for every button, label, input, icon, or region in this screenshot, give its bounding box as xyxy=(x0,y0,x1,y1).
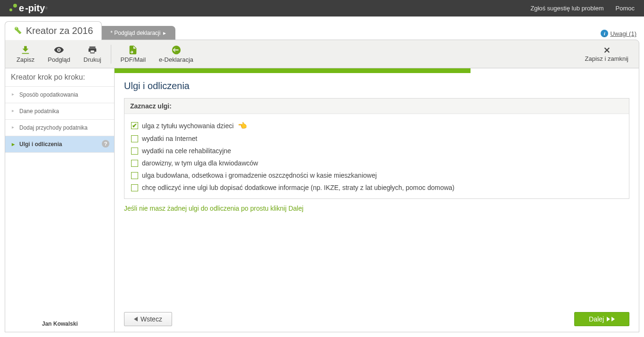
link-suggest[interactable]: Zgłoś sugestię lub problem xyxy=(530,5,603,12)
hand-icon: 👈 xyxy=(238,121,247,130)
logo-dots-icon xyxy=(9,4,19,13)
info-icon: i xyxy=(601,30,608,37)
progress-bar xyxy=(115,68,471,73)
checkbox-label: ulga z tytułu wychowania dzieci xyxy=(142,122,234,130)
content-inner: Ulgi i odliczenia Zaznacz ulgi: ulga z t… xyxy=(115,73,639,220)
checkbox[interactable] xyxy=(131,122,138,129)
notes-label: Uwagi (1) xyxy=(610,30,636,37)
toolbar: Zapisz Podgląd Drukuj PDF/Mail e-Deklara… xyxy=(5,40,639,68)
preview-label: Podgląd xyxy=(48,56,70,63)
toolbar-separator xyxy=(111,45,111,64)
sidebar-item-taxpayer[interactable]: Dane podatnika xyxy=(5,103,114,120)
tab-preview[interactable]: * Podgląd deklaracji ▸ xyxy=(101,26,175,40)
edeclaration-label: e-Deklaracja xyxy=(159,56,193,63)
save-button[interactable]: Zapisz xyxy=(10,43,41,65)
help-icon[interactable]: ? xyxy=(102,140,109,148)
pdf-label: PDF/Mail xyxy=(121,56,146,63)
logo-reg-icon: ® xyxy=(45,6,48,10)
checkbox-label: ulga budowlana, odsetkowa i gromadzenie … xyxy=(142,172,377,179)
checkbox-label: darowizny, w tym ulga dla krwiodawców xyxy=(142,159,258,167)
content: Ulgi i odliczenia Zaznacz ulgi: ulga z t… xyxy=(115,68,639,332)
tab-row: Kreator za 2016 * Podgląd deklaracji ▸ i… xyxy=(4,21,639,40)
chevron-left-icon xyxy=(134,317,138,321)
chevron-right-icon: ▸ xyxy=(163,30,166,36)
preview-button[interactable]: Podgląd xyxy=(41,43,77,65)
checkbox[interactable] xyxy=(131,184,138,191)
sidebar-footer: Jan Kowalski xyxy=(5,316,115,332)
logo-prefix: e xyxy=(19,3,24,14)
chevron-right-icon xyxy=(607,317,610,321)
link-help[interactable]: Pomoc xyxy=(616,5,635,12)
print-label: Drukuj xyxy=(83,56,101,63)
checkbox-label: wydatki na cele rehabilitacyjne xyxy=(142,147,231,155)
checkbox[interactable] xyxy=(131,135,138,142)
tab-kreator-label: Kreator za 2016 xyxy=(26,25,93,36)
page-title: Ulgi i odliczenia xyxy=(124,81,629,91)
checkbox-label: chcę odliczyć inne ulgi lub dopisać doda… xyxy=(142,184,454,191)
next-button[interactable]: Dalej xyxy=(574,312,629,326)
sidebar: Kreator krok po kroku: Sposób opodatkowa… xyxy=(5,68,115,332)
sidebar-item-deductions-label: Ulgi i odliczenia xyxy=(19,141,62,148)
main-area: Kreator krok po kroku: Sposób opodatkowa… xyxy=(5,68,639,332)
print-button[interactable]: Drukuj xyxy=(77,43,108,65)
back-button[interactable]: Wstecz xyxy=(124,312,172,326)
chevron-right-icon xyxy=(611,317,615,321)
tab-kreator[interactable]: Kreator za 2016 xyxy=(5,21,102,40)
section-box: Zaznacz ulgi: ulga z tytułu wychowania d… xyxy=(124,98,629,199)
check-row: darowizny, w tym ulga dla krwiodawców xyxy=(131,157,622,169)
checkbox[interactable] xyxy=(131,148,138,155)
top-bar: e -pity ® Zgłoś sugestię lub problem Pom… xyxy=(0,0,644,16)
notes-link[interactable]: i Uwagi (1) xyxy=(601,30,639,40)
tab-preview-label: * Podgląd deklaracji xyxy=(110,30,160,36)
sidebar-title: Kreator krok po kroku: xyxy=(5,68,114,87)
edeclaration-button[interactable]: e-Deklaracja xyxy=(152,43,200,65)
pdf-button[interactable]: PDF/Mail xyxy=(114,43,152,65)
sidebar-item-income[interactable]: Dodaj przychody podatnika xyxy=(5,120,114,136)
sidebar-item-deductions[interactable]: Ulgi i odliczenia ? xyxy=(5,136,114,153)
save-label: Zapisz xyxy=(17,56,34,63)
section-header: Zaznacz ulgi: xyxy=(124,99,629,114)
check-list: ulga z tytułu wychowania dzieci👈wydatki … xyxy=(124,114,629,198)
hint-text: Jeśli nie masz żadnej ulgi do odliczenia… xyxy=(124,205,629,212)
wrench-icon xyxy=(14,26,22,36)
nav-row: Wstecz Dalej xyxy=(124,312,629,326)
workspace: Kreator za 2016 * Podgląd deklaracji ▸ i… xyxy=(0,16,644,337)
sidebar-item-taxation[interactable]: Sposób opodatkowania xyxy=(5,87,114,103)
logo-text: -pity xyxy=(25,3,45,14)
check-row: wydatki na Internet xyxy=(131,132,622,145)
logo: e -pity ® xyxy=(9,3,48,14)
back-label: Wstecz xyxy=(140,315,162,323)
checkbox[interactable] xyxy=(131,160,138,167)
check-row: ulga z tytułu wychowania dzieci👈 xyxy=(131,119,622,132)
checkbox[interactable] xyxy=(131,172,138,179)
top-links: Zgłoś sugestię lub problem Pomoc xyxy=(530,5,635,12)
checkbox-label: wydatki na Internet xyxy=(142,135,198,142)
save-close-button[interactable]: Zapisz i zamknij xyxy=(579,44,634,64)
save-close-label: Zapisz i zamknij xyxy=(585,55,628,62)
check-row: chcę odliczyć inne ulgi lub dopisać doda… xyxy=(131,181,622,194)
next-label: Dalej xyxy=(589,315,604,323)
check-row: wydatki na cele rehabilitacyjne xyxy=(131,145,622,157)
check-row: ulga budowlana, odsetkowa i gromadzenie … xyxy=(131,169,622,181)
